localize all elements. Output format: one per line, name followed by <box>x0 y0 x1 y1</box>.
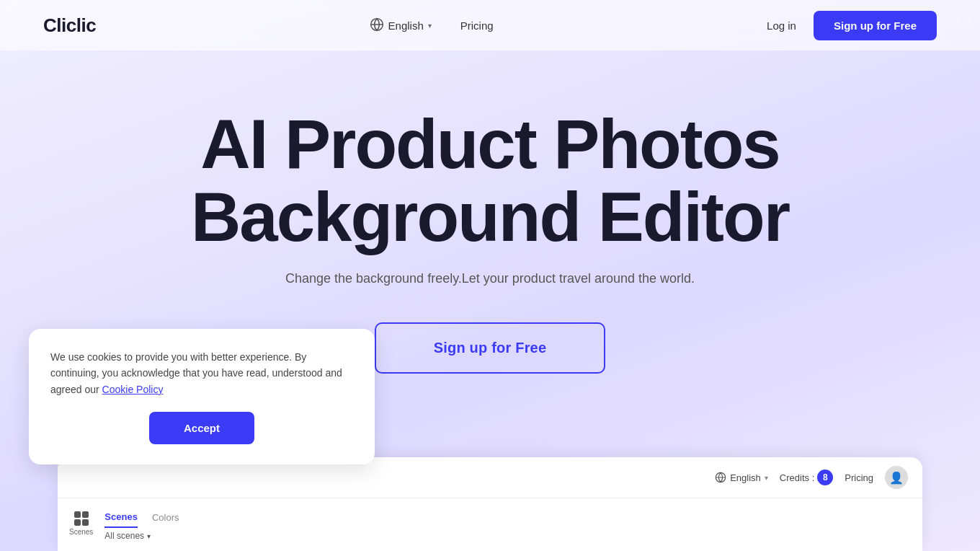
hero-title-line1: AI Product Photos <box>200 105 779 182</box>
sidebar-scenes-icon[interactable]: Scenes <box>69 511 93 536</box>
globe-icon <box>370 17 384 34</box>
cookie-policy-link[interactable]: Cookie Policy <box>102 384 164 395</box>
hero-title: AI Product Photos Background Editor <box>29 108 951 254</box>
language-label: English <box>388 19 424 32</box>
signup-button[interactable]: Sign up for Free <box>814 11 937 40</box>
app-credits: Credits : 8 <box>780 470 833 485</box>
hero-title-line2: Background Editor <box>191 178 789 255</box>
credits-value: 8 <box>817 470 833 485</box>
app-preview: English ▾ Credits : 8 Pricing 👤 Scenes S… <box>58 457 922 551</box>
login-button[interactable]: Log in <box>767 19 796 32</box>
cookie-text: We use cookies to provide you with bette… <box>50 349 353 397</box>
nav-pricing-link[interactable]: Pricing <box>460 19 494 32</box>
app-tab-bar: Scenes Colors <box>104 506 911 528</box>
avatar: 👤 <box>885 466 908 489</box>
all-scenes-chevron-icon: ▾ <box>147 532 151 540</box>
app-pricing-link[interactable]: Pricing <box>845 472 873 483</box>
all-scenes-filter[interactable]: All scenes ▾ <box>104 531 911 541</box>
tab-scenes[interactable]: Scenes <box>104 511 138 528</box>
app-chevron-icon: ▾ <box>765 474 768 482</box>
credits-label: Credits : <box>780 472 814 483</box>
accept-button[interactable]: Accept <box>149 412 254 444</box>
hero-subtitle: Change the background freely.Let your pr… <box>29 271 951 286</box>
app-content-area: Scenes Colors All scenes ▾ <box>104 506 911 541</box>
nav-right: Log in Sign up for Free <box>767 11 937 40</box>
app-language-selector[interactable]: English ▾ <box>715 472 768 483</box>
hero-cta-wrapper: Sign up for Free <box>375 322 606 374</box>
grid-icon <box>74 511 89 526</box>
app-language-label: English <box>730 472 761 483</box>
chevron-down-icon: ▾ <box>428 22 432 30</box>
tab-colors[interactable]: Colors <box>152 512 179 527</box>
language-selector[interactable]: English ▾ <box>370 17 432 34</box>
navbar: Cliclic English ▾ Pricing Log in Sign up… <box>0 0 980 50</box>
all-scenes-label: All scenes <box>104 531 144 541</box>
hero-cta-button[interactable]: Sign up for Free <box>376 324 605 372</box>
sidebar-scenes-label: Scenes <box>69 528 93 536</box>
nav-center: English ▾ Pricing <box>370 17 494 34</box>
brand-logo: Cliclic <box>43 14 96 37</box>
cookie-banner: We use cookies to provide you with bette… <box>29 329 375 464</box>
app-body: Scenes Scenes Colors All scenes ▾ <box>58 498 922 548</box>
app-globe-icon <box>715 472 726 483</box>
